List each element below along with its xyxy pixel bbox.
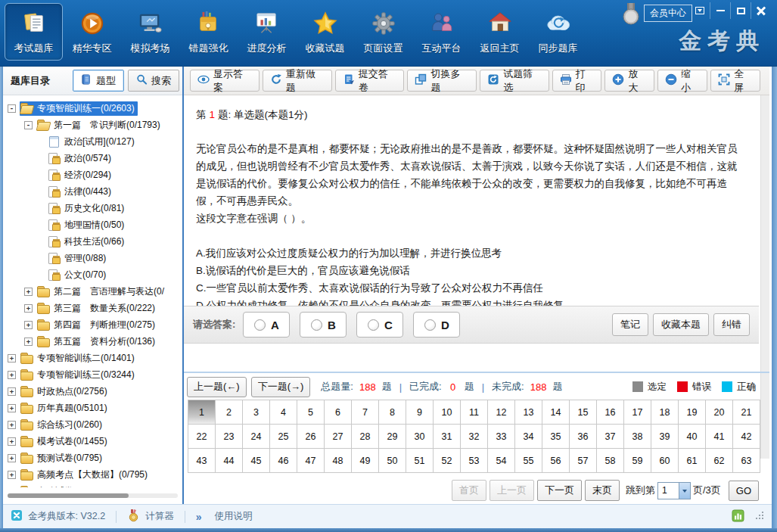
- question-number-cell[interactable]: 52: [434, 449, 461, 473]
- member-center-link[interactable]: 会员中心: [644, 5, 692, 22]
- question-number-cell[interactable]: 32: [461, 425, 488, 449]
- scrollbar-thumb[interactable]: [8, 493, 129, 498]
- tray-button[interactable]: [689, 2, 710, 19]
- next-page-button[interactable]: 下一页: [537, 480, 582, 501]
- favorite-question-button[interactable]: 收藏本题: [653, 313, 709, 336]
- tree-item[interactable]: 第五篇 资料分析(0/136): [3, 333, 182, 350]
- tree-item[interactable]: 历年真题(0/5101): [3, 400, 182, 416]
- question-number-cell[interactable]: 54: [488, 449, 515, 473]
- tree-expander-icon[interactable]: [8, 421, 16, 429]
- tab-mock-exam[interactable]: 模拟考场: [121, 3, 179, 61]
- tree-item[interactable]: 第一篇 常识判断(0/1793): [3, 117, 182, 133]
- question-number-cell[interactable]: 15: [570, 400, 597, 425]
- question-number-cell[interactable]: 44: [216, 449, 243, 473]
- question-number-cell[interactable]: 39: [651, 425, 679, 449]
- tree-item[interactable]: 点睛试卷(0/795): [3, 483, 182, 487]
- question-number-cell[interactable]: 18: [651, 400, 679, 425]
- help-item[interactable]: » 使用说明: [196, 510, 253, 523]
- question-number-cell[interactable]: 1: [188, 400, 216, 425]
- question-number-cell[interactable]: 37: [597, 425, 624, 449]
- question-number-cell[interactable]: 62: [706, 449, 733, 473]
- switch-multi-button[interactable]: 切换多题: [407, 70, 477, 92]
- tree-expander-icon[interactable]: [8, 437, 16, 446]
- print-button[interactable]: 打印: [552, 70, 602, 92]
- tree-item[interactable]: 预测试卷(0/795): [3, 450, 182, 466]
- tree-item[interactable]: 地理国情(0/50): [3, 216, 182, 233]
- prev-question-button[interactable]: 上一题(←): [187, 377, 247, 397]
- next-question-button[interactable]: 下一题(→): [251, 377, 311, 397]
- redo-button[interactable]: 重新做题: [263, 70, 332, 92]
- question-number-cell[interactable]: 14: [542, 400, 570, 425]
- prev-page-button[interactable]: 上一页: [490, 480, 534, 501]
- sidebar-horizontal-scrollbar[interactable]: [8, 493, 178, 498]
- question-number-cell[interactable]: 28: [352, 425, 379, 449]
- question-number-cell[interactable]: 16: [597, 400, 624, 425]
- tree-expander-icon[interactable]: [24, 338, 33, 346]
- question-number-cell[interactable]: 40: [679, 425, 706, 449]
- tree-expander-icon[interactable]: [8, 104, 16, 113]
- question-number-cell[interactable]: 3: [243, 400, 270, 425]
- question-number-cell[interactable]: 26: [297, 425, 325, 449]
- question-number-cell[interactable]: 7: [352, 400, 379, 425]
- tree-item[interactable]: 高频考点【大数据】(0/795): [3, 466, 182, 483]
- radio-icon[interactable]: [311, 319, 322, 331]
- question-number-cell[interactable]: 36: [570, 425, 597, 449]
- question-number-cell[interactable]: 47: [297, 449, 325, 473]
- question-number-cell[interactable]: 8: [379, 400, 406, 425]
- minimize-button[interactable]: [710, 2, 730, 19]
- tree-expander-icon[interactable]: [8, 371, 16, 379]
- submit-button[interactable]: 提交答卷: [335, 70, 405, 92]
- question-number-cell[interactable]: 34: [515, 425, 542, 449]
- dropdown-arrow-icon[interactable]: [679, 483, 690, 499]
- show-answer-button[interactable]: 显示答案: [190, 70, 260, 92]
- tab-page-settings[interactable]: 页面设置: [354, 3, 412, 61]
- radio-icon[interactable]: [424, 319, 436, 331]
- question-type-button[interactable]: 题型: [73, 70, 124, 92]
- question-number-cell[interactable]: 55: [515, 449, 542, 473]
- question-number-cell[interactable]: 19: [679, 400, 706, 425]
- tree-item[interactable]: 第四篇 判断推理(0/275): [3, 316, 182, 333]
- question-number-cell[interactable]: 22: [188, 425, 216, 449]
- question-number-cell[interactable]: 17: [624, 400, 651, 425]
- question-number-cell[interactable]: 61: [679, 449, 706, 473]
- tab-favorite-questions[interactable]: 收藏试题: [296, 3, 354, 61]
- tree-item[interactable]: 政治(0/574): [3, 150, 182, 166]
- question-number-cell[interactable]: 42: [733, 425, 760, 449]
- resize-grip-icon[interactable]: [755, 511, 764, 522]
- vertical-scrollbar-track[interactable]: [760, 95, 769, 459]
- tree-expander-icon[interactable]: [24, 304, 33, 313]
- question-number-cell[interactable]: 12: [488, 400, 515, 425]
- question-number-cell[interactable]: 46: [270, 449, 297, 473]
- tree-expander-icon[interactable]: [24, 288, 33, 296]
- question-number-cell[interactable]: 35: [542, 425, 570, 449]
- question-number-cell[interactable]: 31: [434, 425, 461, 449]
- tree-item[interactable]: 专项智能训练二(0/1401): [3, 350, 182, 366]
- answer-choice-button[interactable]: D: [413, 312, 460, 338]
- question-number-cell[interactable]: 29: [379, 425, 406, 449]
- tab-interactive-platform[interactable]: 互动平台: [412, 3, 471, 61]
- last-page-button[interactable]: 末页: [585, 480, 620, 501]
- tree-expander-icon[interactable]: [24, 121, 33, 129]
- tab-progress-analysis[interactable]: 进度分析: [238, 3, 296, 61]
- question-number-cell[interactable]: 60: [651, 449, 679, 473]
- question-number-cell[interactable]: 45: [243, 449, 270, 473]
- answer-choice-button[interactable]: A: [243, 312, 290, 338]
- zoom-out-button[interactable]: 缩小: [657, 70, 707, 92]
- question-number-cell[interactable]: 23: [216, 425, 243, 449]
- tab-featured-zone[interactable]: 精华专区: [63, 3, 121, 61]
- question-number-cell[interactable]: 21: [733, 400, 760, 425]
- question-number-cell[interactable]: 24: [243, 425, 270, 449]
- tree-item[interactable]: 时政热点(0/2756): [3, 383, 182, 400]
- fullscreen-button[interactable]: 全屏: [710, 70, 760, 92]
- question-number-cell[interactable]: 38: [624, 425, 651, 449]
- page-select-dropdown[interactable]: 1: [657, 482, 691, 499]
- tree-item[interactable]: 科技生活(0/66): [3, 233, 182, 250]
- tab-return-home[interactable]: 返回主页: [471, 3, 529, 61]
- tree-expander-icon[interactable]: [8, 354, 16, 362]
- tree-item[interactable]: 公文(0/70): [3, 266, 182, 283]
- tree-expander-icon[interactable]: [8, 387, 16, 396]
- tree-item[interactable]: 历史文化(0/81): [3, 200, 182, 216]
- question-number-cell[interactable]: 58: [597, 449, 624, 473]
- filter-button[interactable]: 试题筛选: [480, 70, 549, 92]
- question-number-cell[interactable]: 57: [570, 449, 597, 473]
